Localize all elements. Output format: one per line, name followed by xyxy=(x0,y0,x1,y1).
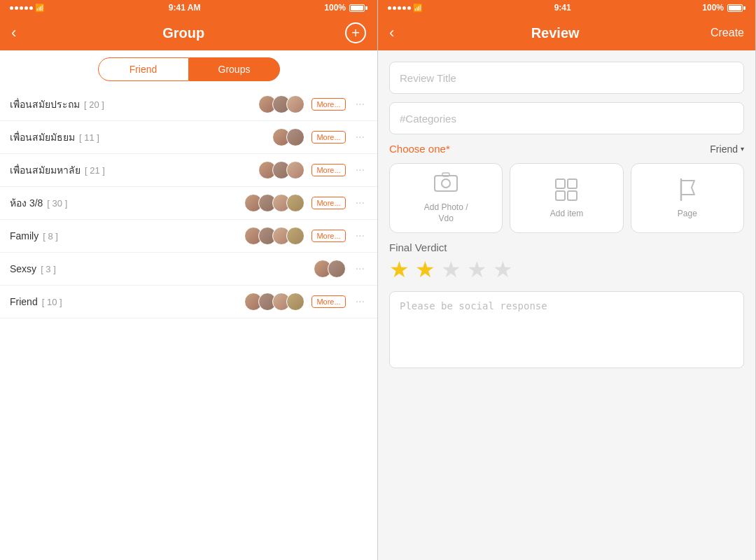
group-item-3[interactable]: ห้อง 3/8 [ 30 ] More... ··· xyxy=(0,187,377,220)
group-item-4[interactable]: Family [ 8 ] More... ··· xyxy=(0,220,377,253)
battery-pct-left: 100% xyxy=(324,3,346,13)
svg-rect-3 xyxy=(556,179,565,188)
group-count-3: [ 30 ] xyxy=(47,198,67,209)
more-button-3[interactable]: More... xyxy=(312,197,345,209)
group-item-6[interactable]: Friend [ 10 ] More... ··· xyxy=(0,286,377,318)
more-button-4[interactable]: More... xyxy=(312,230,345,242)
avatar-6-4 xyxy=(286,293,304,311)
dots-button-6[interactable]: ··· xyxy=(353,295,368,308)
more-button-1[interactable]: More... xyxy=(312,131,345,144)
svg-rect-5 xyxy=(556,191,565,200)
social-response-input[interactable] xyxy=(389,291,744,368)
avatars-4 xyxy=(244,227,304,245)
dots-button-3[interactable]: ··· xyxy=(353,197,368,209)
group-info-0: เพื่อนสมัยประถม [ 20 ] xyxy=(10,97,251,112)
right-status-left: 📶 xyxy=(388,4,423,13)
camera-icon xyxy=(434,172,458,197)
dots-button-5[interactable]: ··· xyxy=(353,262,368,275)
group-count-4: [ 8 ] xyxy=(43,231,58,241)
group-item-2[interactable]: เพื่อนสมัยมหาลัย [ 21 ] More... ··· xyxy=(0,154,377,187)
stars-row: ★ ★ ★ ★ ★ xyxy=(389,256,744,283)
group-info-4: Family [ 8 ] xyxy=(10,230,237,241)
r-signal-dot-1 xyxy=(388,6,391,10)
signal-dot-5 xyxy=(29,6,33,10)
review-form: Choose one* Friend ▾ Add Photo /Vdo xyxy=(378,50,755,560)
signal-dot-2 xyxy=(15,6,18,10)
avatars-0 xyxy=(258,95,304,113)
dots-button-0[interactable]: ··· xyxy=(353,98,368,111)
plus-icon: + xyxy=(351,25,360,41)
battery-pct-right: 100% xyxy=(702,3,724,13)
avatar-5-2 xyxy=(328,260,346,278)
group-name-4: Family xyxy=(10,230,38,241)
r-signal-dot-5 xyxy=(407,6,411,10)
dots-button-4[interactable]: ··· xyxy=(353,230,368,242)
group-info-6: Friend [ 10 ] xyxy=(10,296,237,307)
right-wifi-icon: 📶 xyxy=(413,4,423,13)
tab-friend[interactable]: Friend xyxy=(98,57,189,81)
left-back-button[interactable]: ‹ xyxy=(11,21,22,45)
avatars-6 xyxy=(244,293,304,311)
group-info-1: เพื่อนสมัยมัธยม [ 11 ] xyxy=(10,130,265,145)
group-item-5[interactable]: Sexsy [ 3 ] ··· xyxy=(0,253,377,286)
left-status-bar: 📶 9:41 AM 100% xyxy=(0,0,377,15)
right-status-time: 9:41 xyxy=(554,3,571,13)
avatars-3 xyxy=(244,194,304,212)
right-nav-title: Review xyxy=(531,25,580,41)
friend-dropdown-label: Friend xyxy=(710,144,738,155)
star-1[interactable]: ★ xyxy=(389,256,410,283)
avatars-5 xyxy=(314,260,346,278)
group-count-6: [ 10 ] xyxy=(42,297,62,307)
dots-button-1[interactable]: ··· xyxy=(353,131,368,144)
star-4[interactable]: ★ xyxy=(467,256,487,283)
more-button-2[interactable]: More... xyxy=(312,164,345,176)
group-name-1: เพื่อนสมัยมัธยม xyxy=(10,130,75,145)
dots-button-2[interactable]: ··· xyxy=(353,164,368,176)
left-nav-bar: ‹ Group + xyxy=(0,15,377,50)
star-5[interactable]: ★ xyxy=(493,256,513,283)
more-button-0[interactable]: More... xyxy=(312,98,345,111)
create-button[interactable]: Create xyxy=(710,27,744,39)
add-photo-label: Add Photo /Vdo xyxy=(424,202,468,224)
svg-rect-4 xyxy=(568,179,577,188)
left-status-time: 9:41 AM xyxy=(169,3,201,13)
signal-dot-3 xyxy=(20,6,23,10)
group-info-2: เพื่อนสมัยมหาลัย [ 21 ] xyxy=(10,162,251,178)
more-button-6[interactable]: More... xyxy=(312,295,345,308)
group-count-0: [ 20 ] xyxy=(84,99,104,110)
add-photo-button[interactable]: Add Photo /Vdo xyxy=(389,163,503,233)
choose-label: Choose one* xyxy=(389,143,450,155)
flag-icon xyxy=(678,178,697,203)
star-2[interactable]: ★ xyxy=(415,256,435,283)
group-name-0: เพื่อนสมัยประถม xyxy=(10,97,80,112)
avatars-2 xyxy=(258,161,304,179)
r-signal-dot-4 xyxy=(402,6,406,10)
avatar-3-4 xyxy=(286,194,304,212)
categories-input[interactable] xyxy=(389,102,744,134)
avatar-1-2 xyxy=(286,128,304,146)
group-item-0[interactable]: เพื่อนสมัยประถม [ 20 ] More... ··· xyxy=(0,88,377,121)
review-title-input[interactable] xyxy=(389,62,744,94)
svg-rect-6 xyxy=(568,191,577,200)
signal-dots xyxy=(10,6,33,10)
left-status-right: 100% xyxy=(324,3,368,13)
star-3[interactable]: ★ xyxy=(441,256,461,283)
page-button[interactable]: Page xyxy=(631,163,744,233)
friend-dropdown[interactable]: Friend ▾ xyxy=(710,144,744,155)
group-count-1: [ 11 ] xyxy=(79,132,99,143)
group-item-1[interactable]: เพื่อนสมัยมัธยม [ 11 ] More... ··· xyxy=(0,121,377,154)
left-nav-add-button[interactable]: + xyxy=(345,22,366,43)
group-count-5: [ 3 ] xyxy=(41,264,56,274)
right-back-button[interactable]: ‹ xyxy=(389,21,400,45)
add-item-button[interactable]: Add item xyxy=(510,163,623,233)
svg-point-1 xyxy=(442,179,450,188)
battery-icon-right xyxy=(727,4,746,12)
avatar-2-3 xyxy=(286,161,304,179)
group-name-6: Friend xyxy=(10,296,38,307)
final-verdict-section: Final Verdict ★ ★ ★ ★ ★ xyxy=(389,241,744,283)
r-signal-dot-2 xyxy=(393,6,396,10)
group-count-2: [ 21 ] xyxy=(85,165,105,176)
tab-groups[interactable]: Groups xyxy=(189,57,280,81)
avatar-0-3 xyxy=(286,95,304,113)
verdict-label: Final Verdict xyxy=(389,241,744,253)
